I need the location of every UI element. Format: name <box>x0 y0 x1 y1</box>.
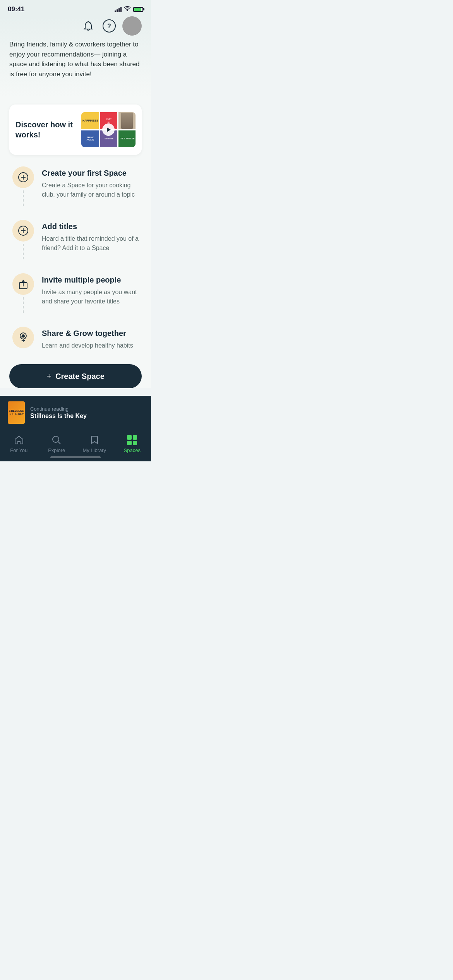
step-icon-add <box>12 220 34 242</box>
step-left-grow <box>12 327 34 350</box>
signal-icon <box>115 7 122 12</box>
step-icon-grow <box>12 327 34 348</box>
steps-list: Create your first Space Create a Space f… <box>9 166 142 350</box>
book-grid: HAPPINESS Getit! THINKAGAIN Science THE … <box>81 112 136 147</box>
continue-label: Continue reading <box>30 406 143 412</box>
top-description: Bring friends, family & coworkers togeth… <box>9 39 142 79</box>
spaces-icon <box>127 435 137 445</box>
step-title-grow: Share & Grow together <box>42 329 139 338</box>
step-icon-invite <box>12 273 34 295</box>
home-bar <box>50 456 101 458</box>
continue-info: Continue reading Stillness Is the Key <box>30 406 143 420</box>
help-button[interactable]: ? <box>101 18 117 34</box>
book-cover-5am: THE 5 AM CLUB <box>118 130 136 147</box>
step-desc-add: Heard a title that reminded you of a fri… <box>42 234 139 253</box>
nav-spaces-label: Spaces <box>124 447 141 453</box>
step-title-add: Add titles <box>42 222 139 231</box>
step-add-titles: Add titles Heard a title that reminded y… <box>12 220 139 259</box>
plus-circle-icon <box>18 172 29 183</box>
nav-spaces[interactable]: Spaces <box>113 435 151 453</box>
step-title-create: Create your first Space <box>42 169 139 178</box>
book-cover-happiness: HAPPINESS <box>81 112 99 129</box>
notification-button[interactable] <box>81 18 96 34</box>
status-time: 09:41 <box>8 5 24 13</box>
bookmark-icon <box>89 435 100 445</box>
top-actions: ? <box>9 16 142 36</box>
status-icons <box>115 6 143 13</box>
svg-line-15 <box>58 442 60 444</box>
step-content-grow: Share & Grow together Learn and develop … <box>42 327 139 350</box>
continue-reading-bar[interactable]: STILLNESS IS THE KEY Continue reading St… <box>0 396 151 429</box>
discover-card[interactable]: Discover how it works! HAPPINESS Getit! … <box>9 105 142 155</box>
book-cover-person <box>118 112 136 129</box>
search-icon <box>51 435 62 445</box>
spaces-grid-icon <box>127 435 137 445</box>
step-left-add <box>12 220 34 259</box>
avatar[interactable] <box>122 16 142 36</box>
status-bar: 09:41 <box>0 0 151 16</box>
step-left-create <box>12 166 34 206</box>
step-create-space: Create your first Space Create a Space f… <box>12 166 139 206</box>
discover-text: Discover how it works! <box>15 120 75 140</box>
main-content: Discover how it works! HAPPINESS Getit! … <box>0 97 151 388</box>
home-icon <box>14 435 24 445</box>
book-cover-thinkagain: THINKAGAIN <box>81 130 99 147</box>
nav-for-you-label: For You <box>10 447 27 453</box>
bottom-nav: For You Explore My Library Space <box>0 429 151 456</box>
step-content-create: Create your first Space Create a Space f… <box>42 166 139 206</box>
svg-point-0 <box>127 10 128 11</box>
step-share-grow: Share & Grow together Learn and develop … <box>12 327 139 350</box>
top-section: ? Bring friends, family & coworkers toge… <box>0 16 151 97</box>
svg-text:?: ? <box>107 23 111 29</box>
nav-explore-label: Explore <box>48 447 65 453</box>
step-title-invite: Invite multiple people <box>42 276 139 284</box>
svg-point-13 <box>22 335 24 337</box>
step-desc-invite: Invite as many people as you want and sh… <box>42 288 139 306</box>
nav-library-label: My Library <box>82 447 106 453</box>
home-indicator <box>0 456 151 461</box>
wifi-icon <box>124 6 131 13</box>
nav-for-you[interactable]: For You <box>0 435 38 453</box>
step-icon-create <box>12 166 34 188</box>
step-desc-grow: Learn and develop healthy habits <box>42 341 139 350</box>
step-content-invite: Invite multiple people Invite as many pe… <box>42 273 139 313</box>
battery-icon <box>133 7 143 12</box>
continue-title: Stillness Is the Key <box>30 413 143 420</box>
create-space-label: Create Space <box>55 372 105 381</box>
nav-explore[interactable]: Explore <box>38 435 76 453</box>
book-thumbnail-text: STILLNESS IS THE KEY <box>8 409 25 417</box>
book-thumbnail: STILLNESS IS THE KEY <box>8 401 25 424</box>
play-button[interactable] <box>102 123 115 136</box>
plus-circle-outline-icon <box>18 225 29 236</box>
plant-icon <box>18 332 29 343</box>
nav-my-library[interactable]: My Library <box>76 435 113 453</box>
step-left-invite <box>12 273 34 313</box>
plus-icon: + <box>46 371 51 381</box>
create-space-button[interactable]: + Create Space <box>9 364 142 388</box>
share-icon <box>18 279 29 290</box>
step-invite-people: Invite multiple people Invite as many pe… <box>12 273 139 313</box>
step-desc-create: Create a Space for your cooking club, yo… <box>42 181 139 199</box>
svg-point-14 <box>53 436 59 442</box>
step-content-add: Add titles Heard a title that reminded y… <box>42 220 139 259</box>
